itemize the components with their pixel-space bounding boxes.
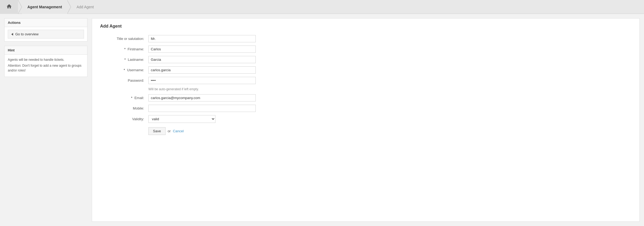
hint-body: Agents will be needed to handle tickets.… bbox=[5, 55, 87, 77]
breadcrumb-separator-2 bbox=[67, 0, 71, 14]
password-label: Password: bbox=[100, 78, 148, 82]
email-required-star: * bbox=[131, 96, 132, 100]
breadcrumb-agent-management[interactable]: Agent Management bbox=[22, 0, 67, 14]
home-button[interactable] bbox=[0, 0, 18, 14]
email-row: * Email: bbox=[100, 94, 293, 101]
password-hint: Will be auto-generated if left empty. bbox=[148, 87, 293, 91]
save-button[interactable]: Save bbox=[148, 127, 166, 135]
home-icon bbox=[6, 3, 12, 10]
breadcrumb-bar: Agent Management Add Agent bbox=[0, 0, 644, 14]
lastname-required-star: * bbox=[125, 58, 126, 62]
mobile-label: Mobile: bbox=[100, 106, 148, 110]
hint-section: Hint Agents will be needed to handle tic… bbox=[4, 46, 87, 77]
actions-section: Actions Go to overview bbox=[4, 18, 87, 42]
validity-label: Validity: bbox=[100, 117, 148, 121]
password-input[interactable] bbox=[148, 77, 256, 84]
title-input[interactable] bbox=[148, 35, 256, 42]
actions-body: Go to overview bbox=[5, 27, 87, 41]
firstname-row: * Firstname: bbox=[100, 46, 293, 53]
lastname-input[interactable] bbox=[148, 56, 256, 63]
or-text: or bbox=[168, 129, 171, 133]
content-area: Add Agent Title or salutation: * Firstna… bbox=[92, 18, 640, 222]
page-title: Add Agent bbox=[100, 24, 631, 29]
title-label: Title or salutation: bbox=[100, 37, 148, 41]
username-required-star: * bbox=[124, 68, 125, 72]
email-input[interactable] bbox=[148, 94, 256, 101]
validity-row: Validity: valid invalid bbox=[100, 115, 293, 123]
sidebar: Actions Go to overview Hint Agents will … bbox=[4, 18, 87, 222]
password-row: Password: bbox=[100, 77, 293, 84]
add-agent-form: Title or salutation: * Firstname: * Last… bbox=[100, 35, 293, 135]
form-actions: Save or Cancel bbox=[148, 127, 293, 135]
mobile-input[interactable] bbox=[148, 105, 256, 112]
go-to-overview-button[interactable]: Go to overview bbox=[8, 30, 84, 39]
username-input[interactable] bbox=[148, 66, 256, 74]
firstname-required-star: * bbox=[124, 47, 126, 51]
hint-text: Agents will be needed to handle tickets.… bbox=[8, 57, 84, 73]
hint-line-1: Agents will be needed to handle tickets. bbox=[8, 57, 84, 62]
lastname-row: * Lastname: bbox=[100, 56, 293, 63]
validity-select[interactable]: valid invalid bbox=[148, 115, 215, 123]
breadcrumb-separator-1 bbox=[18, 0, 22, 14]
cancel-link[interactable]: Cancel bbox=[173, 129, 184, 133]
email-label: * Email: bbox=[100, 96, 148, 100]
firstname-label: * Firstname: bbox=[100, 47, 148, 51]
title-row: Title or salutation: bbox=[100, 35, 293, 42]
firstname-input[interactable] bbox=[148, 46, 256, 53]
arrow-left-icon bbox=[11, 33, 13, 36]
breadcrumb-add-agent: Add Agent bbox=[71, 0, 99, 14]
username-row: * Username: bbox=[100, 66, 293, 74]
mobile-row: Mobile: bbox=[100, 105, 293, 112]
username-label: * Username: bbox=[100, 68, 148, 72]
hint-title: Hint bbox=[5, 46, 87, 55]
lastname-label: * Lastname: bbox=[100, 58, 148, 62]
actions-title: Actions bbox=[5, 18, 87, 27]
hint-line-2: Attention: Don't forget to add a new age… bbox=[8, 63, 84, 73]
main-container: Actions Go to overview Hint Agents will … bbox=[0, 14, 644, 226]
